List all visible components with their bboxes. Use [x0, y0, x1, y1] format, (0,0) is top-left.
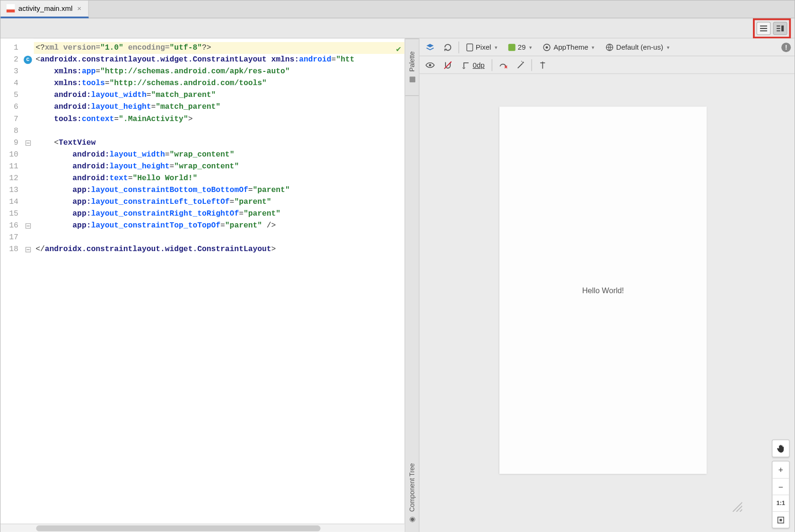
code-editor-pane: 123456789101112131415161718 C ✔ <?xml ve… — [0, 38, 405, 532]
clear-constraints-icon — [498, 60, 507, 70]
preview-toolbar-primary: Pixel ▾ 29 ▾ AppTheme ▾ Default (en-us) … — [419, 38, 795, 56]
theme-icon — [543, 43, 551, 52]
locale-label: Default (en-us) — [616, 43, 663, 52]
zoom-fit-button[interactable] — [772, 511, 789, 528]
toolbar-separator — [459, 41, 459, 53]
code-line[interactable] — [34, 125, 404, 137]
analysis-ok-icon[interactable]: ✔ — [396, 43, 401, 55]
split-icon — [776, 24, 785, 33]
chevron-down-icon: ▾ — [529, 44, 532, 50]
close-tab-icon[interactable]: × — [76, 4, 83, 13]
palette-icon: ▦ — [408, 75, 416, 84]
guidelines-button[interactable] — [535, 58, 550, 71]
line-number-gutter[interactable]: 123456789101112131415161718 — [0, 38, 22, 523]
hand-icon — [776, 444, 786, 453]
view-mode-code-button[interactable] — [757, 22, 771, 35]
svg-rect-0 — [781, 25, 784, 31]
code-line[interactable]: android:text="Hello World!" — [34, 173, 404, 184]
device-label: Pixel — [476, 43, 491, 52]
api-selector[interactable]: 29 ▾ — [505, 41, 536, 54]
device-frame[interactable]: Hello World! — [499, 106, 707, 474]
palette-label: Palette — [409, 51, 416, 71]
code-line[interactable]: <?xml version="1.0" encoding="utf-8"?> — [34, 42, 404, 54]
code-editor[interactable]: 123456789101112131415161718 C ✔ <?xml ve… — [0, 38, 404, 523]
resize-grip[interactable] — [730, 500, 742, 512]
fit-icon — [777, 515, 785, 524]
zoom-reset-button[interactable]: 1:1 — [772, 495, 789, 511]
svg-rect-1 — [467, 44, 473, 51]
design-side-tabs: ▦ Palette ◉ Component Tree — [405, 38, 419, 532]
theme-label: AppTheme — [553, 43, 588, 52]
preview-textview[interactable]: Hello World! — [582, 286, 624, 295]
chevron-down-icon: ▾ — [592, 44, 594, 50]
orientation-button[interactable] — [441, 41, 455, 54]
warnings-button[interactable]: ! — [781, 43, 791, 52]
component-tree-label: Component Tree — [409, 463, 416, 512]
code-line[interactable]: <androidx.constraintlayout.widget.Constr… — [34, 54, 404, 66]
magnet-icon — [443, 60, 453, 70]
phone-icon — [466, 43, 473, 52]
svg-point-3 — [546, 46, 548, 48]
zoom-group: + − 1:1 — [772, 461, 790, 529]
code-line[interactable]: xmlns:tools="http://schemas.android.com/… — [34, 78, 404, 89]
view-mode-group — [753, 18, 791, 38]
code-line[interactable]: android:layout_height="wrap_content" — [34, 160, 404, 172]
code-line[interactable]: android:layout_width="wrap_content" — [34, 148, 404, 160]
clear-constraints-button[interactable] — [496, 58, 510, 71]
globe-icon — [605, 43, 614, 52]
margin-value: 0dp — [473, 61, 485, 69]
tree-icon: ◉ — [408, 515, 416, 524]
design-preview-pane: Pixel ▾ 29 ▾ AppTheme ▾ Default (en-us) … — [419, 38, 795, 532]
guideline-icon — [538, 60, 547, 70]
marker-gutter[interactable]: C — [22, 38, 34, 523]
zoom-out-button[interactable]: − — [772, 478, 789, 495]
margin-icon — [462, 61, 471, 69]
design-canvas[interactable]: Hello World! + − 1:1 — [419, 74, 795, 532]
theme-selector[interactable]: AppTheme ▾ — [539, 41, 598, 54]
code-line[interactable]: android:layout_width="match_parent" — [34, 89, 404, 101]
code-line[interactable]: app:layout_constraintTop_toTopOf="parent… — [34, 220, 404, 232]
wand-icon — [516, 60, 525, 70]
code-line[interactable]: </androidx.constraintlayout.widget.Const… — [34, 244, 404, 255]
code-line[interactable]: <TextView — [34, 137, 404, 148]
svg-point-5 — [429, 64, 431, 66]
pan-button[interactable] — [772, 439, 790, 457]
rotate-icon — [443, 43, 453, 52]
code-line[interactable]: android:layout_height="match_parent" — [34, 101, 404, 113]
component-tree-tab[interactable]: ◉ Component Tree — [405, 96, 419, 532]
lines-icon — [760, 24, 768, 33]
default-margin-button[interactable]: 0dp — [459, 58, 489, 71]
design-surface-button[interactable] — [423, 41, 437, 54]
zoom-in-button[interactable]: + — [772, 462, 789, 478]
scrollbar-thumb[interactable] — [36, 525, 320, 532]
chevron-down-icon: ▾ — [495, 44, 498, 50]
layout-editor-mode-bar — [0, 18, 794, 39]
zoom-controls: + − 1:1 — [772, 439, 790, 528]
palette-tab[interactable]: ▦ Palette — [405, 38, 419, 95]
view-mode-split-button[interactable] — [773, 22, 787, 35]
device-selector[interactable]: Pixel ▾ — [463, 41, 501, 54]
code-line[interactable]: app:layout_constraintBottom_toBottomOf="… — [34, 184, 404, 196]
editor-tabbar: activity_main.xml × — [0, 0, 794, 18]
toolbar-separator — [532, 59, 532, 71]
layers-icon — [425, 43, 435, 52]
code-line[interactable] — [34, 232, 404, 244]
editor-h-scrollbar[interactable] — [0, 523, 404, 532]
infer-constraints-button[interactable] — [514, 58, 528, 71]
code-line[interactable]: app:layout_constraintLeft_toLeftOf="pare… — [34, 196, 404, 208]
xml-file-icon — [7, 4, 15, 13]
main-split: 123456789101112131415161718 C ✔ <?xml ve… — [0, 38, 794, 532]
code-line[interactable]: app:layout_constraintRight_toRightOf="pa… — [34, 208, 404, 220]
locale-selector[interactable]: Default (en-us) ▾ — [602, 41, 673, 54]
tab-filename: activity_main.xml — [18, 4, 72, 13]
chevron-down-icon: ▾ — [667, 44, 670, 50]
code-line[interactable]: xmlns:app="http://schemas.android.com/ap… — [34, 66, 404, 78]
android-icon — [508, 44, 515, 51]
autoconnect-button[interactable] — [441, 58, 455, 71]
code-content[interactable]: ✔ <?xml version="1.0" encoding="utf-8"?>… — [34, 38, 404, 523]
view-options-button[interactable] — [423, 58, 437, 71]
code-line[interactable]: tools:context=".MainActivity"> — [34, 113, 404, 125]
svg-rect-7 — [779, 519, 782, 521]
file-tab-activity-main[interactable]: activity_main.xml × — [0, 0, 89, 18]
preview-toolbar-secondary: 0dp — [419, 56, 795, 74]
